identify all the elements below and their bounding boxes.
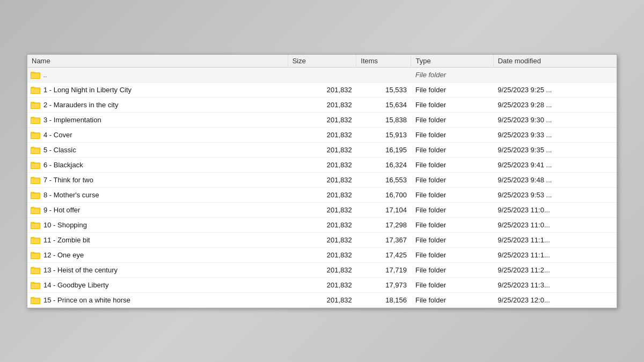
- svg-rect-64: [31, 298, 40, 299]
- table-row[interactable]: 5 - Classic 201,832 16,195 File folder 9…: [27, 142, 617, 157]
- folder-items: 15,913: [356, 127, 411, 142]
- folder-name: 14 - Goodbye Liberty: [43, 281, 108, 289]
- table-row[interactable]: 4 - Cover 201,832 15,913 File folder 9/2…: [27, 127, 617, 142]
- folder-type: File folder: [411, 157, 493, 172]
- folder-icon: [31, 175, 40, 184]
- svg-rect-24: [31, 147, 40, 149]
- folder-items: 17,425: [356, 247, 411, 262]
- folder-name: 6 - Blackjack: [43, 161, 83, 169]
- table-row[interactable]: 12 - One eye 201,832 17,425 File folder …: [27, 247, 617, 262]
- folder-size: 201,832: [288, 292, 356, 307]
- folder-size: 201,832: [288, 262, 356, 277]
- table-row[interactable]: 10 - Shopping 201,832 17,298 File folder…: [27, 217, 617, 232]
- folder-size: 201,832: [288, 97, 356, 112]
- folder-icon: [31, 280, 40, 289]
- table-row[interactable]: 7 - Think for two 201,832 16,553 File fo…: [27, 172, 617, 187]
- folder-items: 15,838: [356, 112, 411, 127]
- folder-name: 8 - Mother's curse: [43, 191, 99, 199]
- file-list-table: Name Size Items Type Date modified: [27, 55, 617, 308]
- table-row[interactable]: 11 - Zombie bit 201,832 17,367 File fold…: [27, 232, 617, 247]
- folder-icon: [31, 85, 40, 94]
- folder-name: 4 - Cover: [43, 131, 72, 139]
- folder-date: 9/25/2023 9:35 ...: [493, 142, 617, 157]
- folder-size: 201,832: [288, 172, 356, 187]
- folder-icon: [31, 145, 40, 154]
- col-header-name[interactable]: Name: [27, 55, 288, 68]
- folder-icon: [31, 130, 40, 139]
- folder-size: 201,832: [288, 112, 356, 127]
- folder-type: File folder: [411, 277, 493, 292]
- folder-icon: [31, 115, 40, 124]
- col-header-size[interactable]: Size: [288, 55, 356, 68]
- folder-type: File folder: [411, 187, 493, 202]
- folder-items: 17,367: [356, 232, 411, 247]
- col-header-date[interactable]: Date modified: [493, 55, 617, 68]
- folder-items: 17,973: [356, 277, 411, 292]
- folder-date: 9/25/2023 11:1...: [493, 247, 617, 262]
- folder-name: 2 - Marauders in the city: [43, 101, 118, 109]
- folder-items: 18,156: [356, 292, 411, 307]
- table-row[interactable]: 13 - Heist of the century 201,832 17,719…: [27, 262, 617, 277]
- folder-date: 9/25/2023 9:48 ...: [493, 172, 617, 187]
- table-row[interactable]: 2 - Marauders in the city 201,832 15,634…: [27, 97, 617, 112]
- folder-name: 13 - Heist of the century: [43, 266, 118, 274]
- folder-items: 16,700: [356, 187, 411, 202]
- svg-rect-20: [31, 132, 40, 134]
- table-row[interactable]: 9 - Hot offer 201,832 17,104 File folder…: [27, 202, 617, 217]
- col-header-type[interactable]: Type: [411, 55, 493, 68]
- folder-items: 17,719: [356, 262, 411, 277]
- svg-rect-48: [31, 238, 40, 239]
- svg-rect-4: [31, 72, 40, 73]
- file-explorer-window: Name Size Items Type Date modified: [27, 54, 617, 308]
- folder-date: 9/25/2023 11:2...: [493, 262, 617, 277]
- folder-type: File folder: [411, 217, 493, 232]
- folder-size: 201,832: [288, 82, 356, 97]
- folder-items: 15,533: [356, 82, 411, 97]
- folder-icon: [31, 265, 40, 274]
- folder-icon: [31, 100, 40, 109]
- folder-size: 201,832: [288, 187, 356, 202]
- folder-size: 201,832: [288, 202, 356, 217]
- folder-date: 9/25/2023 11:1...: [493, 232, 617, 247]
- folder-name: 1 - Long Night in Liberty City: [43, 86, 131, 94]
- folder-icon: [31, 160, 40, 169]
- folder-date: 9/25/2023 9:53 ...: [493, 187, 617, 202]
- table-row[interactable]: 1 - Long Night in Liberty City 201,832 1…: [27, 82, 617, 97]
- col-header-items[interactable]: Items: [356, 55, 411, 68]
- table-row[interactable]: 3 - Implementation 201,832 15,838 File f…: [27, 112, 617, 127]
- parent-dir-row[interactable]: .. File folder: [27, 67, 617, 82]
- svg-rect-56: [31, 268, 40, 269]
- folder-icon: [31, 250, 40, 259]
- folder-name: 3 - Implementation: [43, 116, 101, 124]
- folder-name: 10 - Shopping: [43, 221, 87, 229]
- folder-icon: [31, 190, 40, 199]
- folder-name: 12 - One eye: [43, 251, 84, 259]
- folder-type: File folder: [411, 97, 493, 112]
- svg-rect-8: [31, 87, 40, 88]
- folder-size: 201,832: [288, 217, 356, 232]
- folder-size: 201,832: [288, 277, 356, 292]
- folder-size: 201,832: [288, 127, 356, 142]
- folder-icon: [31, 295, 40, 304]
- folder-name: 9 - Hot offer: [43, 206, 80, 214]
- table-row[interactable]: 6 - Blackjack 201,832 16,324 File folder…: [27, 157, 617, 172]
- table-row[interactable]: 15 - Prince on a white horse 201,832 18,…: [27, 292, 617, 307]
- folder-name: 5 - Classic: [43, 146, 76, 154]
- folder-name: 11 - Zombie bit: [43, 236, 90, 244]
- svg-rect-36: [31, 193, 40, 194]
- folder-items: 15,634: [356, 97, 411, 112]
- table-row[interactable]: 14 - Goodbye Liberty 201,832 17,973 File…: [27, 277, 617, 292]
- folder-size: 201,832: [288, 157, 356, 172]
- folder-date: 9/25/2023 12:0...: [493, 292, 617, 307]
- folder-type: File folder: [411, 142, 493, 157]
- table-row[interactable]: 8 - Mother's curse 201,832 16,700 File f…: [27, 187, 617, 202]
- folder-date: 9/25/2023 9:25 ...: [493, 82, 617, 97]
- svg-rect-44: [31, 223, 40, 224]
- svg-rect-16: [31, 117, 40, 119]
- svg-rect-60: [31, 283, 40, 284]
- folder-items: 16,553: [356, 172, 411, 187]
- folder-type: File folder: [411, 232, 493, 247]
- folder-items: 17,104: [356, 202, 411, 217]
- folder-size: 201,832: [288, 247, 356, 262]
- folder-type: File folder: [411, 262, 493, 277]
